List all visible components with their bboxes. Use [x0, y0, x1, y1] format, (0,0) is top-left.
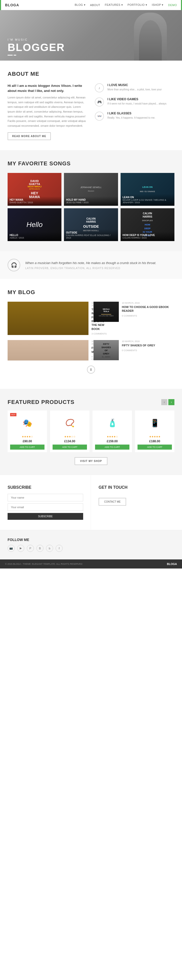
blogger-icon[interactable]: B [37, 545, 43, 552]
subscribe-email-input[interactable] [8, 503, 83, 511]
navbar-accent2 [181, 0, 182, 10]
about-item-glasses: 👓 I LIKE GLASSES Really. Yes, it happens… [95, 111, 174, 121]
song-card-1[interactable]: DAVID GUETTA NICKI MINAJ AFROJACK HEY MA… [8, 173, 61, 206]
add-to-cart-4[interactable]: Add to cart [137, 445, 172, 450]
blog-post-title-2[interactable]: HOW TO CHOOSE A GOOD EBOOK READER [122, 305, 174, 313]
glasses-icon: 👓 [95, 111, 104, 121]
product-img-1: HOT 🎭 [10, 413, 45, 433]
quote-section: 🎧 When a musician hath forgotten his not… [0, 251, 182, 279]
add-to-cart-2[interactable]: Add to cart [53, 445, 87, 450]
products-title: FEATURED PRODUCTS [8, 399, 75, 406]
quote-content: When a musician hath forgotten his note,… [25, 261, 156, 270]
blog-content-4: 10 MARCH, 2016 FIFTY SHADES OF GREY 0 CO… [122, 340, 174, 361]
about-body: Lorem ipsum dolor sit amet, consectetur … [8, 95, 87, 128]
products-prev-button[interactable]: ‹ [161, 399, 167, 405]
blog-img-4: FIFTYSHADESOFGREY EL JAMES [94, 340, 119, 360]
blog-content-2: 10 MARCH, 2016 HOW TO CHOOSE A GOOD EBOO… [122, 302, 174, 335]
blog-card-4[interactable]: FIFTYSHADESOFGREY EL JAMES 10 MARCH, 201… [94, 340, 174, 361]
footer: © 2015 BLOGA - THEME: ELEGANT TEMPLATE. … [0, 559, 182, 568]
songs-section: MY FAVORITE SONGS DAVID GUETTA NICKI MIN… [0, 150, 182, 251]
song-artist-4: ADELE / 2015 [10, 237, 59, 239]
nav-links: BLOG ▾ ABOUT FEATURES ▾ PORTFOLIO ▾ ISHO… [75, 3, 177, 6]
songs-title: MY FAVORITE SONGS [8, 160, 174, 167]
product-card-4: 📱 ★★★★★ £188.00 Add to cart [135, 410, 174, 452]
nav-about[interactable]: ABOUT [90, 3, 100, 6]
read-more-button[interactable]: Read more about me [8, 132, 51, 140]
product-img-4: 📱 [137, 413, 172, 433]
product-stars-3: ★★★★☆ [95, 435, 129, 438]
song-overlay-4: HELLO ADELE / 2015 [8, 232, 61, 241]
blog-title: MY BLOG [8, 289, 174, 296]
product-price-3: £159.00 [95, 439, 129, 443]
subscribe-title: SUBSCRIBE [8, 485, 83, 490]
facebook-icon[interactable]: f [56, 545, 63, 552]
footer-copyright: © 2015 BLOGA - THEME: ELEGANT TEMPLATE. … [5, 563, 82, 565]
about-item-glasses-content: I LIKE GLASSES Really. Yes, it happens. … [107, 111, 155, 120]
song-card-2[interactable]: JERMAINE SEWELL Illusion HOLD MY HAND JE… [64, 173, 118, 206]
hero-section: I'M MUSIC BLOGGER [0, 10, 182, 60]
subscribe-name-input[interactable] [8, 494, 83, 501]
song-overlay-6: HOW DEEP IS YOUR LOVE CALVIN HARRIS / 20… [121, 232, 174, 241]
quote-text: When a musician hath forgotten his note,… [25, 261, 156, 266]
blog-date-4: 10 MARCH, 2016 [122, 340, 174, 342]
footer-logo: BLOGA [167, 562, 177, 565]
add-to-cart-3[interactable]: Add to cart [95, 445, 129, 450]
song-artist-5: CALVIN HARRIS FEAT ELLIE GOULDING / 2014 [66, 234, 116, 239]
blog-section: MY BLOG 10 MARCH, 2016 THE IMPRESSION FR… [0, 279, 182, 389]
add-to-cart-1[interactable]: Add to cart [10, 445, 45, 450]
song-overlay-2: HOLD MY HAND JESS GLYNNE / 2015 [64, 196, 118, 206]
blog-card-3[interactable]: 10 MARCH, 2016 FOLLOW ME 0 COMMENTS [8, 340, 88, 361]
nav-demo[interactable]: DEMO [168, 3, 177, 6]
products-navigation: ‹ › [161, 399, 174, 405]
instagram-icon[interactable]: 📷 [8, 545, 15, 552]
blog-img-3 [8, 340, 88, 361]
song-card-6[interactable]: CALVIN HARRIS DISCIPLES HOWDEEPIS YOURLO… [121, 208, 174, 241]
product-img-3: 🧴 [95, 413, 129, 433]
nav-ishop[interactable]: ISHOP ▾ [152, 3, 164, 6]
products-next-button[interactable]: › [168, 399, 174, 405]
contact-button[interactable]: Contact me [99, 498, 126, 506]
products-header: FEATURED PRODUCTS ‹ › [8, 399, 174, 406]
blog-post-title-4[interactable]: FIFTY SHADES OF GREY [122, 344, 174, 347]
song-card-4[interactable]: Hello HELLO ADELE / 2015 [8, 208, 61, 241]
product-stars-1: ★★★★☆ [10, 435, 45, 438]
products-section: FEATURED PRODUCTS ‹ › HOT 🎭 ★★★★☆ £90.00… [0, 389, 182, 475]
about-item-games-content: I LIKE VIDEO GAMES If it were not for mu… [107, 97, 166, 105]
nav-blog[interactable]: BLOG ▾ [75, 3, 86, 6]
blog-card-1[interactable]: 10 MARCH, 2016 THE IMPRESSION FROM READI… [8, 302, 88, 335]
about-item-games-text: If it were not for music, I would have p… [107, 102, 166, 105]
hero-text: I'M MUSIC BLOGGER [8, 38, 65, 56]
contact-title: GET IN TOUCH [99, 485, 174, 490]
about-grid: Hi all! I am a music blogger Amos Vilson… [8, 83, 174, 140]
product-visual-4: 📱 [150, 418, 160, 427]
hero-person-image [134, 13, 167, 60]
song-card-5[interactable]: CALVIN HARRIS OUTSIDE MISTER HOOILL OUTS… [64, 208, 118, 241]
product-stars-2: ★★★☆☆ [53, 435, 87, 438]
load-more-button[interactable]: ⬇ [87, 366, 95, 374]
song-artist-6: CALVIN HARRIS / 2015 [123, 237, 172, 239]
rss-icon[interactable]: b [46, 545, 53, 552]
song-overlay-1: HEY MAMA DAVID GUETTA / 2015 [8, 196, 61, 206]
about-item-music-text: More than anything else... a pilot, love… [107, 88, 162, 91]
song-title-2: HOLD MY HAND [66, 199, 116, 201]
music-icon: ♪ [95, 83, 104, 92]
about-item-music: ♪ I LOVE MUSIC More than anything else..… [95, 83, 174, 92]
product-visual-3: 🧴 [108, 418, 117, 427]
song-title-1: HEY MAMA [10, 199, 59, 201]
visit-shop-button[interactable]: Visit My Shop [75, 457, 108, 465]
pinterest-icon[interactable]: P [27, 545, 34, 552]
nav-portfolio[interactable]: PORTFOLIO ▾ [128, 3, 147, 6]
song-title-3: LEAN ON [123, 196, 172, 199]
product-stars-4: ★★★★★ [137, 435, 172, 438]
product-visual-2: 📿 [65, 418, 75, 427]
hero-title: BLOGGER [8, 42, 65, 53]
blog-card-2[interactable]: NIKOLATESLA HIS LIFE AND TIMES 10 MARCH,… [94, 302, 174, 335]
follow-title: FOLLOW ME [8, 538, 174, 542]
youtube-icon[interactable]: ▶ [17, 545, 24, 552]
song-card-3[interactable]: LEAN ON MØ / DJ SNAKE LEAN ON MAJOR LAZE… [121, 173, 174, 206]
site-logo[interactable]: BLOGA [5, 3, 19, 7]
song-overlay-5: OUTSIDE CALVIN HARRIS FEAT ELLIE GOULDIN… [64, 229, 118, 241]
nav-features[interactable]: FEATURES ▾ [105, 3, 123, 6]
subscribe-button[interactable]: SUBSCRIBE [8, 513, 83, 520]
products-grid: HOT 🎭 ★★★★☆ £90.00 Add to cart 📿 ★★★☆☆ £… [8, 410, 174, 452]
